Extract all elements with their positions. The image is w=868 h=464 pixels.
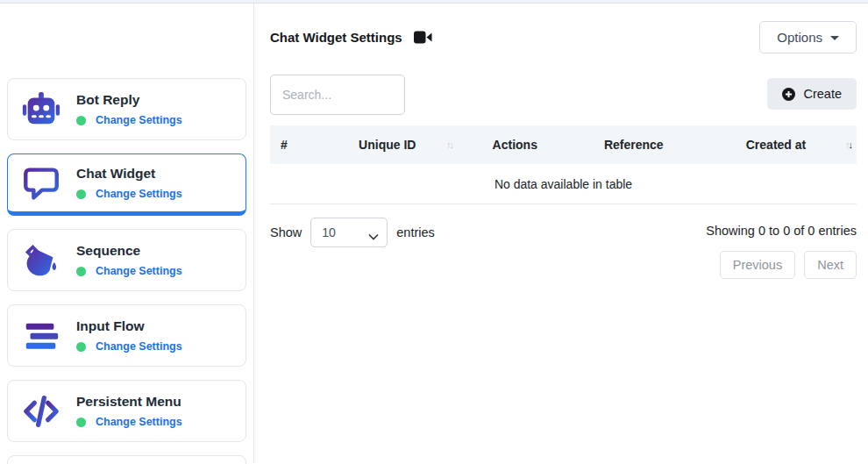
card-status: Change Settings [76, 114, 182, 126]
column-label: Unique ID [359, 138, 416, 152]
sidebar-card-bot-reply[interactable]: Bot Reply Change Settings [7, 78, 246, 140]
sort-arrows-icon: ↑↓ [845, 139, 851, 150]
plus-circle-icon [782, 88, 795, 101]
page-length-select[interactable]: 10 [310, 218, 388, 247]
paint-bucket-icon [20, 239, 62, 282]
sidebar-card-sequence[interactable]: Sequence Change Settings [7, 229, 246, 291]
status-dot-icon [76, 342, 86, 352]
pagination: Previous Next [270, 251, 857, 279]
create-label: Create [803, 87, 842, 101]
select-wrap: 10 [310, 218, 388, 247]
table-info-text: Showing 0 to 0 of 0 entries [706, 218, 857, 238]
page-title-row: Chat Widget Settings [270, 30, 432, 45]
change-settings-link[interactable]: Change Settings [96, 416, 182, 428]
card-status: Change Settings [76, 265, 182, 277]
card-status: Change Settings [76, 188, 182, 200]
code-icon [20, 390, 62, 432]
entries-label: entries [396, 225, 435, 239]
search-input[interactable] [270, 75, 405, 115]
page-length-control: Show 10 entries [270, 218, 435, 247]
app-layout: Bot Reply Change Settings Chat Widget [0, 4, 868, 463]
card-status: Change Settings [76, 416, 182, 428]
change-settings-link[interactable]: Change Settings [96, 340, 182, 353]
column-label: Reference [604, 138, 664, 152]
change-settings-link[interactable]: Change Settings [96, 188, 182, 200]
chat-bubble-icon [20, 162, 62, 204]
status-dot-icon [76, 418, 86, 427]
change-settings-link[interactable]: Change Settings [96, 265, 182, 277]
main-header: Chat Widget Settings Options [270, 21, 857, 54]
status-dot-icon [76, 189, 86, 199]
show-label: Show [270, 225, 302, 239]
sidebar-card-input-flow[interactable]: Input Flow Change Settings [7, 304, 246, 367]
column-header-actions[interactable]: Actions [458, 125, 572, 164]
column-header-unique-id[interactable]: Unique ID ↑↓ [317, 125, 459, 164]
card-title: Sequence [76, 243, 182, 259]
status-dot-icon [76, 267, 86, 276]
sidebar: Bot Reply Change Settings Chat Widget [0, 4, 254, 463]
column-label: Actions [493, 138, 537, 152]
sidebar-card-persistent-menu[interactable]: Persistent Menu Change Settings [7, 380, 246, 442]
sidebar-card-chat-widget[interactable]: Chat Widget Change Settings [7, 153, 246, 216]
column-label: Created at [746, 138, 806, 152]
create-button[interactable]: Create [767, 78, 857, 110]
robot-icon [20, 89, 62, 131]
card-body: Persistent Menu Change Settings [76, 394, 182, 428]
card-body: Sequence Change Settings [76, 243, 182, 277]
card-body: Input Flow Change Settings [76, 318, 182, 353]
options-label: Options [777, 30, 822, 45]
table-footer: Show 10 entries Showing 0 to 0 of 0 entr… [270, 218, 857, 247]
card-title: Input Flow [76, 318, 182, 334]
sort-arrows-icon: ↑↓ [446, 139, 452, 150]
toolbar: Create [270, 75, 857, 115]
card-title: Persistent Menu [76, 394, 182, 410]
video-camera-icon [414, 31, 432, 44]
sidebar-card-partial[interactable] [7, 455, 246, 464]
column-header-reference[interactable]: Reference [573, 125, 695, 164]
next-button[interactable]: Next [804, 251, 857, 279]
caret-down-icon [830, 36, 839, 40]
column-label: # [281, 138, 288, 152]
card-status: Change Settings [76, 340, 182, 353]
column-header-created-at[interactable]: Created at ↑↓ [695, 125, 857, 164]
data-table: # Unique ID ↑↓ Actions Reference Created… [270, 125, 857, 204]
list-bars-icon [20, 315, 62, 357]
table-header-row: # Unique ID ↑↓ Actions Reference Created… [270, 125, 857, 164]
logo-area [7, 11, 246, 78]
card-title: Chat Widget [76, 166, 182, 182]
card-body: Chat Widget Change Settings [76, 166, 182, 200]
status-dot-icon [76, 116, 86, 125]
card-body: Bot Reply Change Settings [76, 92, 182, 126]
main-content: Chat Widget Settings Options [254, 4, 868, 463]
page-title: Chat Widget Settings [270, 30, 402, 45]
column-header-index[interactable]: # [270, 125, 317, 164]
change-settings-link[interactable]: Change Settings [96, 114, 182, 126]
options-button[interactable]: Options [759, 21, 857, 54]
empty-table-message: No data available in table [270, 164, 857, 204]
previous-button[interactable]: Previous [720, 251, 795, 279]
card-title: Bot Reply [76, 92, 182, 108]
